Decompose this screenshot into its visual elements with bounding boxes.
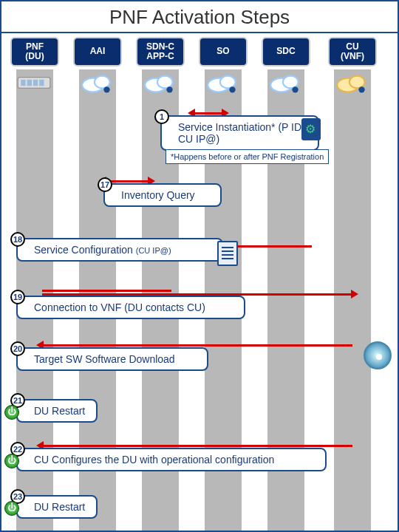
hdr-aai: AAI: [73, 37, 122, 66]
step-badge: 1: [154, 109, 169, 124]
svg-point-18: [349, 76, 365, 89]
step-inventory-query: 17 Inventory Query: [103, 183, 222, 207]
step-service-configuration: 18 Service Configuration (CU IP@): [16, 238, 223, 262]
svg-rect-2: [27, 80, 32, 86]
step-badge: 17: [98, 177, 112, 192]
step-text: CU Configures the DU with operational co…: [34, 454, 274, 466]
hdr-sdc: SDC: [262, 37, 310, 66]
disk-icon: [364, 341, 392, 369]
column-headers: PNF(DU) AAI SDN-CAPP-C SO SDC CU(VNF): [1, 37, 398, 69]
svg-point-16: [292, 86, 298, 92]
arrow-so-sdnc: [194, 112, 223, 115]
cloud-icon: [140, 71, 179, 95]
cloud-icon: [78, 71, 116, 95]
step-badge: 19: [10, 290, 25, 304]
svg-point-9: [157, 76, 173, 89]
step-badge: 20: [10, 341, 25, 356]
cloud-icon: [203, 71, 242, 95]
svg-rect-4: [39, 80, 44, 86]
step-cu-configures: 22 CU Configures the DU with operational…: [16, 448, 327, 471]
svg-point-6: [95, 76, 110, 89]
hdr-pnf: PNF(DU): [10, 37, 59, 66]
step-text: Service Instantiation* (P ID, CU IP@): [178, 121, 304, 145]
svg-point-19: [358, 86, 364, 92]
document-icon: [217, 241, 238, 266]
hdr-sdnc: SDN-CAPP-C: [136, 37, 185, 66]
step-service-instantiation: 1 Service Instantiation* (P ID, CU IP@): [160, 115, 319, 151]
step-connection-vnf: 19 Connection to VNF (DU contacts CU): [16, 296, 245, 319]
step-suffix: (CU IP@): [136, 246, 171, 255]
arrow-sw-download: [42, 344, 352, 347]
svg-point-13: [229, 86, 235, 92]
step-du-restart-2: 23 DU Restart: [16, 495, 98, 519]
arrow-conn-vnf-1: [42, 290, 171, 292]
cloud-icon-cu: [332, 71, 371, 95]
lane-icons: [1, 71, 398, 98]
svg-point-12: [220, 76, 236, 89]
cloud-icon: [266, 71, 304, 95]
hdr-cu: CU(VNF): [328, 37, 377, 66]
power-icon: [4, 454, 19, 468]
step-du-restart-1: 21 DU Restart: [16, 399, 98, 423]
step-text: DU Restart: [34, 405, 85, 417]
step-badge: 18: [10, 232, 25, 247]
svg-rect-3: [33, 80, 38, 86]
step-text: Target SW Software Download: [34, 353, 175, 365]
step-text: Inventory Query: [121, 189, 195, 201]
svg-point-10: [166, 86, 172, 92]
footnote: *Happens before or after PNF Registratio…: [166, 149, 329, 164]
svg-point-7: [103, 86, 109, 92]
power-icon: [4, 405, 19, 420]
step-text: DU Restart: [34, 501, 85, 513]
svg-point-15: [283, 76, 299, 89]
step-text: Service Configuration: [34, 244, 133, 256]
step-sw-download: 20 Target SW Software Download: [16, 347, 208, 371]
step-text: Connection to VNF (DU contacts CU): [34, 301, 205, 313]
arrow-cu-configures: [42, 445, 352, 447]
config-icon: [301, 118, 321, 140]
power-icon: [4, 501, 19, 516]
hdr-so: SO: [199, 37, 248, 66]
server-icon: [15, 71, 53, 95]
page-title: PNF Activation Steps: [1, 1, 398, 33]
svg-rect-1: [21, 80, 25, 86]
